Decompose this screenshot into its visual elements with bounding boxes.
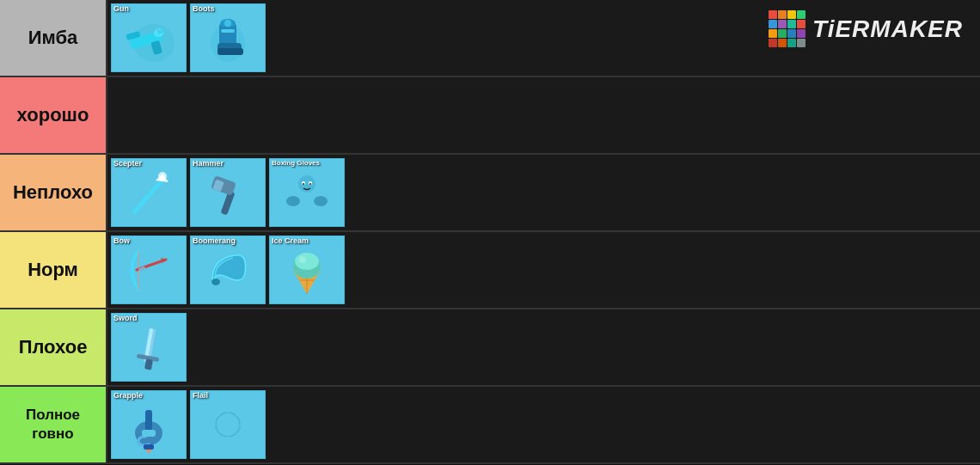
tier-label-norm: Норм xyxy=(0,232,107,308)
item-gun[interactable]: Gun xyxy=(111,3,187,72)
svg-rect-44 xyxy=(145,410,152,431)
item-label-boots: Boots xyxy=(193,5,215,14)
item-hammer[interactable]: Hammer xyxy=(190,158,266,227)
logo-grid xyxy=(769,10,805,47)
tier-items-horosho xyxy=(107,77,980,153)
svg-rect-25 xyxy=(300,193,314,208)
svg-point-24 xyxy=(309,183,311,185)
item-label-hammer: Hammer xyxy=(193,160,224,168)
item-label-boxing-gloves: Boxing Gloves xyxy=(272,160,320,168)
ice-cream-icon xyxy=(279,242,335,298)
item-grapple[interactable]: Grapple xyxy=(111,390,187,459)
flail-icon xyxy=(200,397,256,453)
gun-icon xyxy=(121,10,177,66)
tier-items-polnoe: Grapple Flail xyxy=(107,387,980,462)
item-label-gun: Gun xyxy=(113,5,129,14)
boots-icon xyxy=(200,10,256,66)
tier-label-plohoe: Плохое xyxy=(0,309,107,385)
item-sword[interactable]: Sword xyxy=(111,313,187,382)
bow-icon xyxy=(121,242,177,298)
svg-marker-47 xyxy=(145,450,152,453)
item-boxing-gloves[interactable]: Boxing Gloves xyxy=(269,158,345,227)
scepter-icon xyxy=(121,165,177,221)
svg-line-58 xyxy=(216,433,219,437)
svg-line-56 xyxy=(236,433,240,437)
tier-row-norm: Норм Bow xyxy=(0,232,980,309)
hammer-icon xyxy=(200,165,256,221)
svg-point-50 xyxy=(223,419,233,430)
item-ice-cream[interactable]: Ice Cream xyxy=(269,236,345,304)
grapple-icon xyxy=(121,397,177,453)
item-boots[interactable]: Boots xyxy=(190,3,266,72)
item-scepter[interactable]: Scepter xyxy=(111,158,187,227)
tier-row-neplokho: Неплохо Scepter Hammer xyxy=(0,155,980,232)
svg-rect-46 xyxy=(144,444,154,450)
tier-row-polnoe: Полное говно Grapple xyxy=(0,387,980,464)
tier-label-polnoe: Полное говно xyxy=(0,387,107,462)
tiermaker-logo: TiERMAKER xyxy=(769,10,963,47)
item-boomerang[interactable]: Boomerang xyxy=(190,236,266,304)
item-flail[interactable]: Flail xyxy=(190,390,266,459)
item-label-scepter: Scepter xyxy=(113,160,142,168)
tier-row-horosho: хорошо xyxy=(0,77,980,155)
tier-label-imba: Имба xyxy=(0,0,107,76)
tier-items-norm: Bow Boomerang xyxy=(107,232,980,308)
boomerang-icon xyxy=(200,242,256,298)
svg-point-37 xyxy=(295,253,319,270)
sword-icon xyxy=(121,320,177,376)
item-label-grapple: Grapple xyxy=(113,392,143,401)
tier-list: Имба Gun xyxy=(0,0,980,464)
boxing-gloves-icon xyxy=(279,165,335,221)
svg-point-38 xyxy=(299,256,306,263)
svg-point-32 xyxy=(211,278,220,285)
item-label-bow: Bow xyxy=(113,237,130,246)
item-label-ice-cream: Ice Cream xyxy=(272,237,309,246)
svg-rect-10 xyxy=(221,29,235,33)
svg-rect-9 xyxy=(217,48,243,55)
svg-point-15 xyxy=(158,172,167,180)
svg-point-12 xyxy=(224,20,231,27)
logo-text: TiERMAKER xyxy=(812,15,963,43)
tier-items-neplokho: Scepter Hammer xyxy=(107,155,980,230)
tier-items-plohoe: Sword xyxy=(107,309,980,385)
item-label-flail: Flail xyxy=(193,392,208,401)
svg-point-26 xyxy=(286,196,300,206)
tier-label-neplokho: Неплохо xyxy=(0,155,107,230)
svg-rect-45 xyxy=(142,430,156,437)
svg-point-27 xyxy=(314,196,328,206)
item-label-sword: Sword xyxy=(113,315,138,323)
item-label-boomerang: Boomerang xyxy=(193,237,236,246)
tier-row-plohoe: Плохое Sword xyxy=(0,309,980,387)
svg-line-13 xyxy=(134,178,164,212)
svg-line-57 xyxy=(236,413,240,416)
tier-label-horosho: хорошо xyxy=(0,77,107,153)
svg-point-23 xyxy=(303,183,304,185)
svg-line-55 xyxy=(216,413,219,416)
item-bow[interactable]: Bow xyxy=(111,236,187,304)
